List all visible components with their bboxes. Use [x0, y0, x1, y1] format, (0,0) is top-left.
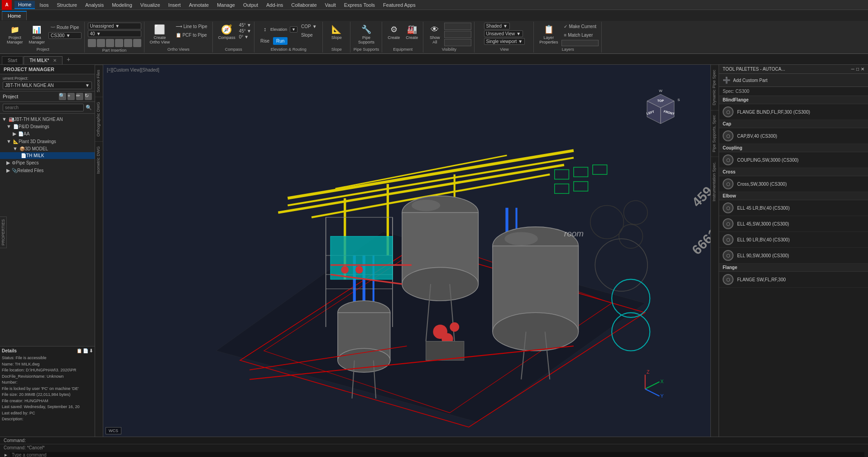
ribbon-dropdown-unsaved-view[interactable]: Unsaved View ▼	[484, 30, 523, 37]
ribbon-btn-create-ortho[interactable]: ⬜ CreateOrtho View	[148, 23, 172, 46]
menu-annotate[interactable]: Annotate	[185, 1, 212, 9]
menu-manage[interactable]: Manage	[213, 1, 239, 9]
ribbon-dropdown-unassigned[interactable]: Unassigned ▼	[88, 23, 141, 29]
tool-palettes-close-btn[interactable]: ✕	[861, 67, 864, 72]
ribbon-btn-create-equipment[interactable]: ⚙ Create	[385, 23, 402, 42]
nav-cube-svg[interactable]: TOP LEFT FRONT W S	[638, 87, 683, 133]
visibility-row-2[interactable]	[444, 31, 471, 38]
menu-home[interactable]: Home	[14, 1, 35, 9]
menu-insert[interactable]: Insert	[165, 1, 185, 9]
menu-visualize[interactable]: Visualize	[137, 1, 164, 9]
properties-side-tab[interactable]: PROPERTIES	[0, 216, 7, 248]
tree-item-3dmodel[interactable]: ▼ 📦 3D MODEL	[0, 145, 95, 152]
ribbon-dropdown-shaded[interactable]: Shaded ▼	[484, 23, 510, 29]
add-custom-part-btn[interactable]: ➕ Add Custom Part	[719, 74, 868, 87]
degree-dropdown-2[interactable]: ▼	[247, 29, 251, 34]
tree-item-thmilk[interactable]: 📄 TH MILK	[0, 152, 95, 159]
ribbon-btn-slope[interactable]: 📐 Slope	[328, 23, 345, 42]
menu-modeling[interactable]: Modeling	[108, 1, 136, 9]
command-input[interactable]	[10, 452, 864, 457]
side-tab-ortho-dwg[interactable]: Orthographic DWG	[95, 97, 103, 141]
menu-isos[interactable]: Isos	[36, 1, 52, 9]
wcs-label[interactable]: WCS	[106, 427, 121, 434]
side-tab-pipe-supports-spec[interactable]: Pipe Supports, Spec	[711, 110, 719, 157]
part-insert-tool-3[interactable]	[106, 39, 114, 47]
ribbon-btn-create-equipment-2[interactable]: 🏭 Create	[403, 23, 420, 42]
part-insert-tool-6[interactable]	[133, 39, 141, 47]
palette-item-ell45lr[interactable]: ⬡ ELL 45 LR,BV,40 (CS300)	[719, 200, 868, 216]
project-toolbar-btn-3[interactable]: ✏	[76, 93, 83, 100]
tree-item-pid[interactable]: ▼ 📄 P&ID Drawings	[0, 123, 95, 130]
menu-featured[interactable]: Featured Apps	[379, 1, 419, 9]
palette-item-ell90sw[interactable]: ⬡ ELL 90,SW,3000 (CS300)	[719, 248, 868, 264]
ribbon-btn-data-manager[interactable]: 📊 DataManager	[27, 23, 48, 46]
palette-item-coupling[interactable]: ⬡ COUPLING,SW,3000 (CS300)	[719, 152, 868, 168]
cop-dropdown[interactable]: ▼	[312, 24, 317, 29]
degree-dropdown-1[interactable]: ▼	[247, 23, 251, 28]
tab-th-milk[interactable]: TH MILK* ✕	[24, 56, 62, 64]
tree-item-pipespecs[interactable]: ▶ ⚙ Pipe Specs	[0, 159, 95, 167]
palette-item-cap[interactable]: ⬡ CAP,BV,40 (CS300)	[719, 128, 868, 144]
ribbon-dropdown-40[interactable]: 40 ▼	[88, 30, 141, 37]
ribbon-btn-rise[interactable]: Rise	[258, 37, 272, 45]
part-insert-tool-5[interactable]	[124, 39, 132, 47]
menu-addins[interactable]: Add-ins	[263, 1, 287, 9]
part-insert-tool-4[interactable]	[115, 39, 123, 47]
tree-item-root[interactable]: ▼ 🏭 JBT-TH MILK NGHE AN	[0, 115, 95, 123]
ribbon-btn-match-layer[interactable]: ≡ Match Layer	[561, 31, 599, 39]
search-btn[interactable]: 🔍	[86, 105, 92, 111]
menu-output[interactable]: Output	[240, 1, 262, 9]
project-toolbar-btn-2[interactable]: +	[67, 93, 75, 100]
menu-express[interactable]: Express Tools	[340, 1, 379, 9]
ribbon-btn-project-manager[interactable]: 📁 ProjectManager	[5, 23, 25, 46]
part-insert-tool-2[interactable]	[97, 39, 105, 47]
side-tab-instrumentation-spec[interactable]: Instrumentation Spec.	[711, 157, 719, 206]
layers-dropdown-bar[interactable]	[561, 40, 599, 46]
palette-item-flange-sw[interactable]: ⬡ FLANGE SW,FL,RF,300	[719, 272, 868, 288]
palette-item-ell45sw[interactable]: ⬡ ELL 45,SW,3000 (CS300)	[719, 216, 868, 232]
ribbon-btn-compass[interactable]: 🧭 Compass	[216, 23, 238, 42]
side-tab-source-files[interactable]: Source Files	[95, 65, 103, 97]
tab-add-btn[interactable]: +	[63, 54, 74, 64]
menu-vault[interactable]: Vault	[321, 1, 340, 9]
menu-analysis[interactable]: Analysis	[82, 1, 107, 9]
tree-item-plant3d[interactable]: ▼ 📐 Plant 3D Drawings	[0, 138, 95, 145]
degree-dropdown-3[interactable]: ▼	[244, 34, 249, 39]
ribbon-dropdown-elevation[interactable]: ▼	[290, 26, 297, 33]
ribbon-btn-cop[interactable]: COP ▼	[299, 23, 319, 30]
ribbon-btn-line-to-pipe[interactable]: ⟶ Line to Pipe	[173, 23, 210, 30]
project-toolbar-search-btn[interactable]: 🔍	[59, 93, 66, 100]
ribbon-btn-slope[interactable]: Slope	[299, 31, 319, 39]
tab-close-btn[interactable]: ✕	[53, 58, 57, 63]
side-tab-dynamic-pipe[interactable]: Dynamic Pipe Spec	[711, 65, 719, 110]
ribbon-tab-home[interactable]: Home	[2, 11, 27, 20]
ribbon-btn-pcf-to-pipe[interactable]: 📋 PCF to Pipe	[173, 31, 210, 39]
ribbon-btn-layer-properties[interactable]: 📋 LayerProperties	[537, 23, 560, 46]
project-dropdown[interactable]: JBT-TH MILK NGHE AN ▼	[3, 82, 92, 89]
palette-item-ell90lr[interactable]: ⬡ ELL 90 LR,BV,40 (CS300)	[719, 232, 868, 248]
side-tab-isometric-dwg[interactable]: Isometric DWG	[95, 141, 103, 178]
ribbon-btn-make-current[interactable]: ✓ Make Current	[561, 23, 599, 30]
menu-structure[interactable]: Structure	[53, 1, 81, 9]
ribbon-btn-elevation[interactable]: ↕ Elevation	[258, 23, 288, 36]
menu-collaborate[interactable]: Collaborate	[288, 1, 320, 9]
search-input[interactable]	[3, 104, 84, 111]
ribbon-dropdown-cs300[interactable]: CS300 ▼	[48, 32, 81, 39]
tab-start[interactable]: Start	[2, 56, 23, 64]
visibility-row-3[interactable]	[444, 39, 471, 46]
project-toolbar-btn-4[interactable]: ↻	[85, 93, 92, 100]
details-btn-3[interactable]: ⬇	[89, 348, 93, 353]
ribbon-btn-route-pipe[interactable]: 〰 Route Pipe	[48, 24, 81, 31]
palette-item-cross[interactable]: ⬡ Cross,SW,3000 (CS300)	[719, 176, 868, 192]
ribbon-btn-pipe-supports[interactable]: 🔧 PipeSupports	[356, 23, 377, 46]
ribbon-dropdown-single-viewport[interactable]: Single viewport ▼	[484, 38, 525, 45]
visibility-row-1[interactable]	[444, 23, 471, 30]
part-insert-tool-1[interactable]	[88, 39, 96, 47]
tool-palettes-minimize-btn[interactable]: ─	[851, 67, 854, 72]
details-btn-2[interactable]: 📄	[83, 348, 88, 353]
ribbon-btn-run[interactable]: Run	[273, 37, 288, 45]
ribbon-btn-show-all[interactable]: 👁 ShowAll	[427, 23, 443, 46]
tree-item-aa[interactable]: ▶ 📄 AA	[0, 130, 95, 138]
tool-palettes-restore-btn[interactable]: □	[856, 67, 859, 72]
details-btn-1[interactable]: 📋	[77, 348, 82, 353]
